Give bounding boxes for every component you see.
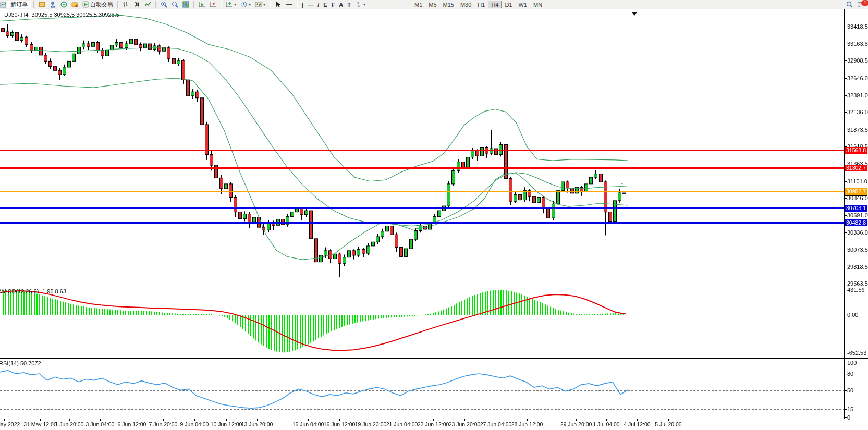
insert-group: ▾ ▾ ▾ <box>224 0 267 9</box>
price-tick-label: 31101.0 <box>847 178 867 185</box>
timeframe-m30-button[interactable]: M30 <box>457 1 474 8</box>
trendline-icon: / <box>317 2 319 8</box>
price-tick-label: 32646.0 <box>847 75 868 81</box>
timeframe-mn-button[interactable]: MN <box>530 1 545 8</box>
macd-tick-label: 431.56 <box>847 287 865 293</box>
timeframe-m1-button[interactable]: M1 <box>411 1 425 8</box>
fibonacci-button[interactable]: F <box>329 1 337 8</box>
timeframe-group: M1M5M15M30H1H4D1W1MN <box>411 0 545 9</box>
data-window-icon <box>50 1 56 8</box>
price-tick-label: 30591.0 <box>847 212 868 218</box>
bar-chart-button[interactable] <box>120 1 131 8</box>
auto-scroll-button[interactable] <box>197 1 207 8</box>
separator <box>270 1 271 8</box>
text-icon: A <box>339 2 343 8</box>
macd-tick-label: -652.53 <box>847 350 866 356</box>
templates-button[interactable]: ▾ <box>253 1 267 8</box>
periods-button[interactable]: ▾ <box>238 1 253 8</box>
zoom-out-icon <box>172 1 178 8</box>
zoom-out-button[interactable] <box>169 1 180 8</box>
price-tick-label: 33163.5 <box>847 41 868 47</box>
indicators-button[interactable]: ▾ <box>224 1 238 8</box>
price-tick-label: 29563.5 <box>847 280 868 287</box>
price-level-badge: 31568.8 <box>845 147 867 154</box>
market-watch-icon <box>39 1 45 8</box>
chart-canvas[interactable] <box>0 0 868 430</box>
rsi-indicator-label: RSI(14) 50.7072 <box>0 360 41 366</box>
arrows-button[interactable]: ▾ <box>353 1 368 8</box>
toolbar-right-group: 1 <box>844 1 868 8</box>
equidistant-channel-button[interactable]: E <box>321 1 329 8</box>
bar-chart-icon <box>123 1 129 8</box>
notification-badge[interactable]: 1 <box>861 0 868 6</box>
date-tick-label: 28 Jun 12:00 <box>506 421 548 427</box>
vertical-line-button[interactable]: | <box>300 1 305 8</box>
line-chart-icon <box>144 1 151 8</box>
autotrading-play-icon <box>82 1 89 8</box>
price-tick-label: 33418.5 <box>847 23 868 30</box>
last-bar-marker-icon[interactable] <box>632 12 637 16</box>
navigator-button[interactable] <box>58 1 69 8</box>
candlestick-chart-button[interactable] <box>131 1 142 8</box>
search-button[interactable] <box>844 1 855 8</box>
cursor-arrow-icon <box>275 1 282 8</box>
chart-icon <box>0 1 7 8</box>
text-label-button[interactable]: T <box>345 1 353 8</box>
search-icon <box>846 1 853 8</box>
cursor-button[interactable] <box>273 1 284 8</box>
chart-shift-button[interactable] <box>207 1 218 8</box>
timeframe-m15-button[interactable]: M15 <box>440 1 457 8</box>
zoom-group <box>158 0 191 9</box>
fibonacci-icon: F <box>332 2 335 8</box>
arrows-icon <box>355 1 362 8</box>
channel-icon: E <box>323 2 327 8</box>
navigator-icon <box>60 1 67 8</box>
date-tick-label: 5 Jul 20:00 <box>647 421 689 427</box>
tile-windows-button[interactable] <box>180 1 191 8</box>
price-level-badge: 30952.7 <box>845 188 867 195</box>
trendline-button[interactable]: / <box>315 1 321 8</box>
chart-type-group <box>120 0 153 9</box>
separator <box>117 1 118 8</box>
price-tick-label: 29818.5 <box>847 264 868 270</box>
chevron-down-icon: ▾ <box>363 2 365 7</box>
timeframe-d1-button[interactable]: D1 <box>502 1 515 8</box>
toolbar: 新订单 自动交易 <box>0 0 868 9</box>
horizontal-line-button[interactable]: — <box>305 1 315 8</box>
timeframe-h4-button[interactable]: H4 <box>488 1 502 8</box>
new-order-button[interactable]: 新订单 <box>7 1 31 8</box>
timeframe-w1-button[interactable]: W1 <box>516 1 531 8</box>
price-level-badge: 31302.7 <box>845 165 867 171</box>
crosshair-icon <box>286 1 292 8</box>
separator <box>193 1 194 8</box>
separator <box>297 1 298 8</box>
panels-group: 自动交易 <box>36 0 115 9</box>
crosshair-button[interactable] <box>284 1 295 8</box>
zoom-in-icon <box>161 1 167 8</box>
market-watch-button[interactable] <box>36 1 47 8</box>
terminal-icon <box>71 1 78 8</box>
timeframe-m5-button[interactable]: M5 <box>425 1 439 8</box>
timeframe-h1-button[interactable]: H1 <box>474 1 488 8</box>
objects-group: | — / E F A T ▾ <box>273 0 368 9</box>
data-window-button[interactable] <box>47 1 58 8</box>
candlestick-chart-icon <box>133 1 140 8</box>
zoom-in-button[interactable] <box>158 1 169 8</box>
price-tick-label: 32136.0 <box>847 109 868 115</box>
terminal-button[interactable] <box>69 1 80 8</box>
rsi-tick-label: 50 <box>847 387 853 394</box>
macd-tick-label: 0.00 <box>847 312 858 318</box>
autotrading-button[interactable]: 自动交易 <box>80 1 115 8</box>
rsi-tick-label: 80 <box>847 371 853 377</box>
text-button[interactable]: A <box>337 1 345 8</box>
chevron-down-icon: ▾ <box>249 2 251 7</box>
price-tick-label: 30336.0 <box>847 229 868 236</box>
scroll-group <box>197 0 218 9</box>
line-chart-button[interactable] <box>142 1 153 8</box>
price-tick-label: 32391.0 <box>847 92 868 99</box>
order-group: 新订单 <box>0 0 31 9</box>
tile-windows-icon <box>182 1 189 8</box>
separator <box>33 1 34 8</box>
chevron-down-icon: ▾ <box>263 2 265 7</box>
vertical-line-icon: | <box>302 2 303 8</box>
